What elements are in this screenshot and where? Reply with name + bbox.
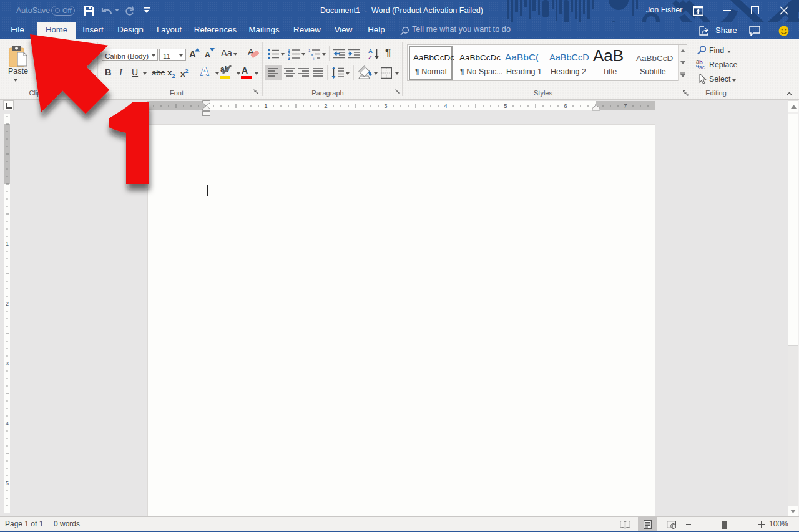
svg-text:6: 6 [564,102,567,109]
svg-text:ac: ac [699,64,705,70]
svg-text:5: 5 [504,102,507,109]
svg-text:3: 3 [288,56,290,60]
svg-text:1: 1 [6,241,9,247]
svg-text:2: 2 [324,102,327,109]
svg-text:2: 2 [6,301,9,307]
svg-text:7: 7 [624,102,627,109]
svg-text:3: 3 [384,102,387,109]
svg-text:4: 4 [6,420,9,427]
svg-text:Z: Z [368,54,372,60]
svg-text:A: A [200,65,209,78]
svg-text:3: 3 [6,360,9,367]
svg-text:i: i [313,57,314,60]
svg-text:4: 4 [444,102,447,109]
svg-text:5: 5 [6,480,9,486]
svg-text:1: 1 [308,49,311,52]
svg-text:1: 1 [264,102,267,109]
svg-text:a: a [311,52,313,56]
